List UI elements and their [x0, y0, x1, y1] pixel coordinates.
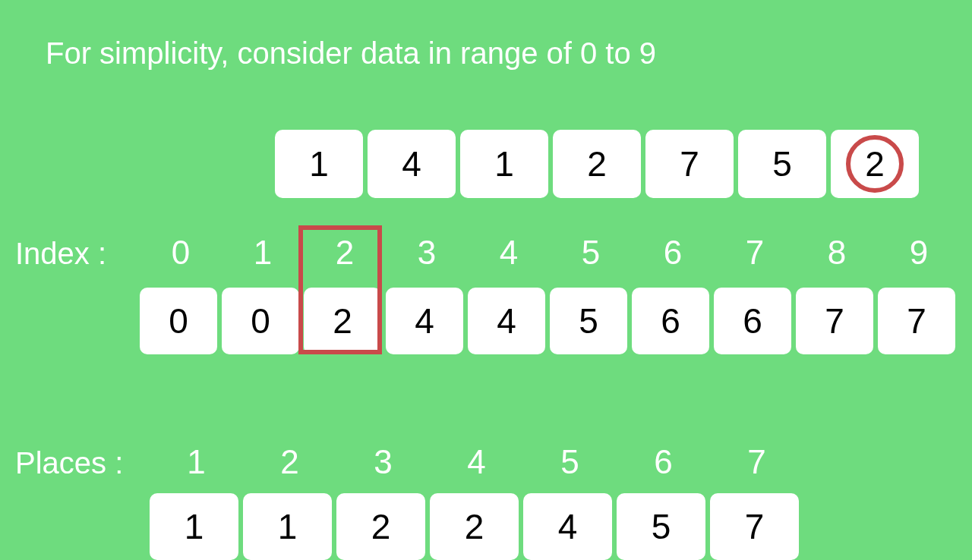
input-cell: 1 [460, 130, 548, 198]
index-number: 1 [222, 234, 304, 272]
input-highlight-circle [846, 135, 904, 193]
count-cell: 6 [714, 288, 791, 354]
input-cell: 4 [368, 130, 456, 198]
input-cell: 5 [738, 130, 826, 198]
places-number: 1 [150, 443, 243, 481]
input-array-row: 1412752 [275, 130, 919, 198]
places-number: 5 [523, 443, 617, 481]
index-number: 7 [714, 234, 796, 272]
index-number: 9 [878, 234, 960, 272]
index-label: Index : [15, 237, 106, 271]
input-cell: 1 [275, 130, 363, 198]
count-cell: 4 [386, 288, 463, 354]
count-cell: 0 [140, 288, 217, 354]
places-number: 4 [430, 443, 523, 481]
count-cell: 7 [878, 288, 955, 354]
output-cell: 7 [710, 493, 799, 560]
count-cell: 0 [222, 288, 299, 354]
places-numbers-row: 1234567 [150, 443, 803, 481]
index-numbers-row: 0123456789 [140, 234, 960, 272]
index-number: 3 [386, 234, 468, 272]
output-cell: 4 [523, 493, 612, 560]
index-number: 5 [550, 234, 632, 272]
count-cell: 7 [796, 288, 873, 354]
input-cell: 2 [553, 130, 641, 198]
output-cell: 2 [336, 493, 425, 560]
count-cell: 2 [304, 288, 381, 354]
count-cell: 5 [550, 288, 627, 354]
places-number: 2 [243, 443, 336, 481]
output-array-row: 1122457 [150, 493, 799, 560]
input-cell: 7 [645, 130, 734, 198]
index-number: 4 [468, 234, 550, 272]
places-label: Places : [15, 446, 123, 480]
count-cell: 4 [468, 288, 545, 354]
output-cell: 1 [243, 493, 332, 560]
places-number: 7 [710, 443, 803, 481]
index-number: 6 [632, 234, 714, 272]
title-text: For simplicity, consider data in range o… [46, 36, 656, 71]
output-cell: 5 [617, 493, 705, 560]
count-array-row: 0024456677 [140, 288, 955, 354]
output-cell: 2 [430, 493, 519, 560]
index-number: 2 [304, 234, 386, 272]
count-cell: 6 [632, 288, 709, 354]
output-cell: 1 [150, 493, 238, 560]
index-number: 8 [796, 234, 878, 272]
places-number: 6 [617, 443, 710, 481]
index-number: 0 [140, 234, 222, 272]
input-cell: 2 [831, 130, 919, 198]
places-number: 3 [336, 443, 430, 481]
